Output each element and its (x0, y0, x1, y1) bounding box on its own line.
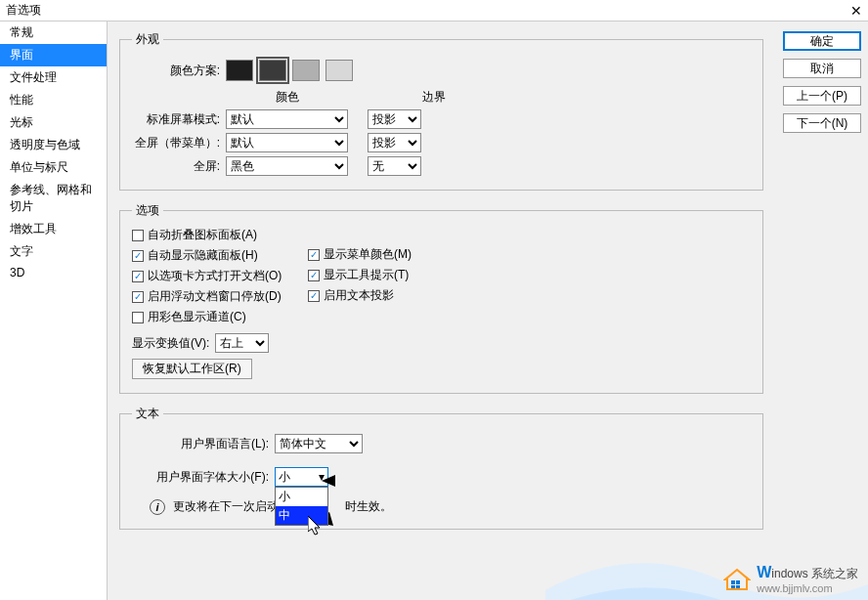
restore-workspace-button[interactable]: 恢复默认工作区(R) (132, 359, 252, 379)
sidebar: 常规 界面 文件处理 性能 光标 透明度与色域 单位与标尺 参考线、网格和切片 … (0, 21, 108, 600)
transform-select[interactable]: 右上 (215, 333, 269, 353)
chk-textshadow[interactable]: ✓启用文本投影 (308, 287, 412, 304)
info-note-suffix: 时生效。 (345, 498, 392, 515)
prev-button[interactable]: 上一个(P) (783, 86, 861, 106)
appearance-legend: 外观 (132, 31, 163, 48)
sidebar-item-performance[interactable]: 性能 (0, 89, 107, 111)
close-icon[interactable]: ✕ (850, 3, 862, 19)
fontsize-label: 用户界面字体大小(F): (132, 469, 269, 486)
watermark: Windows 系统之家 www.bjjmlv.com (723, 564, 858, 594)
sidebar-item-cursor[interactable]: 光标 (0, 111, 107, 134)
cancel-button[interactable]: 取消 (783, 59, 861, 78)
svg-rect-9 (736, 585, 740, 588)
appearance-group: 外观 颜色方案: 颜色 边界 标准屏幕模式: 默认 投影 (119, 31, 763, 191)
sidebar-item-general[interactable]: 常规 (0, 21, 107, 44)
mode-fullmenu-border[interactable]: 投影 (368, 133, 421, 152)
text-legend: 文本 (132, 406, 163, 422)
content-area: 外观 颜色方案: 颜色 边界 标准屏幕模式: 默认 投影 (108, 21, 775, 600)
sidebar-item-filehandling[interactable]: 文件处理 (0, 66, 107, 89)
sidebar-item-units[interactable]: 单位与标尺 (0, 156, 107, 179)
mode-fullmenu-color[interactable]: 默认 (226, 133, 348, 152)
mode-standard-border[interactable]: 投影 (368, 109, 421, 129)
lang-label: 用户界面语言(L): (132, 436, 269, 452)
window-title: 首选项 (6, 2, 41, 19)
sidebar-item-transparency[interactable]: 透明度与色域 (0, 134, 107, 156)
watermark-url: www.bjjmlv.com (757, 582, 858, 594)
sidebar-item-3d[interactable]: 3D (0, 263, 107, 282)
chk-autocollapse[interactable]: 自动折叠图标面板(A) (132, 227, 308, 243)
swatch-light1[interactable] (292, 60, 320, 81)
swatches (226, 60, 353, 81)
info-icon: i (150, 499, 165, 515)
chk-opentabs[interactable]: ✓以选项卡方式打开文档(O) (132, 268, 308, 284)
options-group: 选项 自动折叠图标面板(A) ✓自动显示隐藏面板(H) ✓以选项卡方式打开文档(… (119, 202, 763, 394)
sidebar-item-plugins[interactable]: 增效工具 (0, 218, 107, 240)
mode-standard-color[interactable]: 默认 (226, 109, 348, 129)
chk-colorchannels[interactable]: 用彩色显示通道(C) (132, 309, 308, 325)
right-buttons: 确定 取消 上一个(P) 下一个(N) (775, 21, 868, 600)
sidebar-item-guides[interactable]: 参考线、网格和切片 (0, 179, 107, 218)
mode-full-label: 全屏: (132, 158, 220, 175)
ok-button[interactable]: 确定 (783, 31, 861, 51)
chk-menucolor[interactable]: ✓显示菜单颜色(M) (308, 246, 412, 263)
next-button[interactable]: 下一个(N) (783, 113, 861, 133)
chevron-down-icon: ▾ (319, 470, 325, 484)
fontsize-select[interactable]: 小 ▾ 小 中 (275, 467, 328, 487)
mode-fullmenu-label: 全屏（带菜单）: (132, 135, 220, 151)
options-legend: 选项 (132, 202, 163, 219)
sidebar-item-type[interactable]: 文字 (0, 240, 107, 263)
col-color: 颜色 (226, 89, 348, 106)
swatch-dark2[interactable] (259, 60, 286, 81)
col-border: 边界 (407, 89, 460, 106)
swatch-dark1[interactable] (226, 60, 253, 81)
mode-full-color[interactable]: 黑色 (226, 156, 348, 176)
mode-full-border[interactable]: 无 (368, 156, 421, 176)
text-group: 文本 用户界面语言(L): 简体中文 用户界面字体大小(F): 小 ▾ 小 中 (119, 406, 763, 530)
svg-rect-7 (736, 580, 740, 584)
fontsize-option-small[interactable]: 小 (276, 488, 327, 506)
chk-floatdock[interactable]: ✓启用浮动文档窗口停放(D) (132, 288, 308, 305)
transform-label: 显示变换值(V): (132, 335, 209, 352)
house-icon (723, 568, 751, 591)
swatch-light2[interactable] (326, 60, 353, 81)
svg-rect-6 (731, 580, 735, 584)
fontsize-dropdown: 小 中 (275, 487, 328, 526)
svg-rect-8 (731, 585, 735, 588)
lang-select[interactable]: 简体中文 (275, 434, 363, 453)
colorscheme-label: 颜色方案: (132, 63, 220, 79)
fontsize-option-medium[interactable]: 中 (276, 506, 327, 525)
chk-tooltips[interactable]: ✓显示工具提示(T) (308, 267, 412, 283)
sidebar-item-interface[interactable]: 界面 (0, 44, 107, 66)
mode-standard-label: 标准屏幕模式: (132, 111, 220, 128)
info-note-prefix: 更改将在下一次启动 (173, 498, 279, 515)
chk-autoshowhidden[interactable]: ✓自动显示隐藏面板(H) (132, 247, 308, 264)
